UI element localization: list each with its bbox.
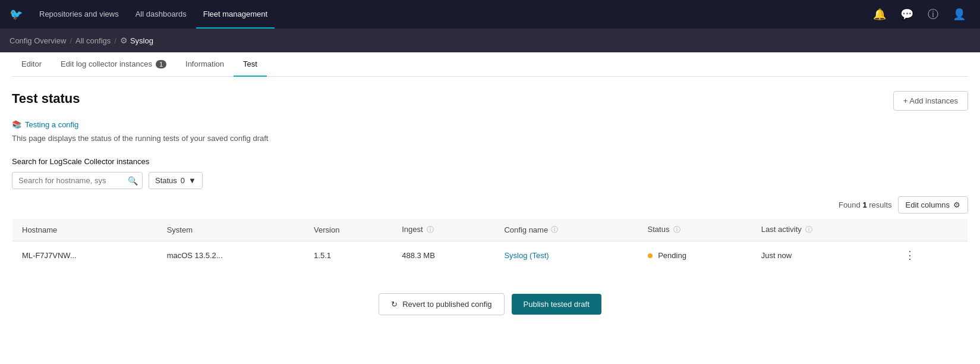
th-status: Status ⓘ: [638, 219, 752, 241]
table-row: ML-F7J7VNW... macOS 13.5.2... 1.5.1 488.…: [12, 241, 968, 269]
table-body: ML-F7J7VNW... macOS 13.5.2... 1.5.1 488.…: [12, 241, 968, 269]
cell-actions: ⋮: [890, 241, 968, 269]
page-body: Test status + Add instances 📚 Testing a …: [12, 77, 968, 353]
search-section-title: Search for LogScale Collector instances: [12, 157, 968, 166]
breadcrumb-sep-1: /: [70, 36, 72, 45]
breadcrumb: Config Overview / All configs / ⚙ Syslog: [0, 29, 980, 52]
th-system: System: [157, 219, 304, 241]
breadcrumb-sep-2: /: [114, 36, 116, 45]
results-text: Found 1 results: [839, 200, 892, 209]
tab-information[interactable]: Information: [176, 52, 234, 77]
book-icon: 📚: [12, 120, 21, 129]
config-name-link[interactable]: Syslog (Test): [504, 251, 549, 260]
info-description: This page displays the status of the run…: [12, 134, 968, 143]
nav-dashboards[interactable]: All dashboards: [128, 0, 194, 29]
sub-tabs: Editor Edit log collector instances 1 In…: [12, 52, 968, 77]
th-last-activity: Last activity ⓘ: [752, 219, 890, 241]
columns-settings-icon: ⚙: [953, 200, 960, 209]
ingest-info-icon[interactable]: ⓘ: [427, 225, 434, 234]
page-header: Test status + Add instances: [12, 91, 968, 111]
th-version: Version: [304, 219, 392, 241]
page-title: Test status: [12, 91, 80, 106]
testing-a-config-link[interactable]: 📚 Testing a config: [12, 120, 968, 129]
status-label: Pending: [658, 251, 686, 260]
megaphone-icon[interactable]: 🔔: [868, 5, 891, 23]
row-actions-button[interactable]: ⋮: [900, 247, 920, 263]
help-icon[interactable]: ⓘ: [923, 5, 943, 24]
cell-version: 1.5.1: [304, 241, 392, 269]
cell-ingest: 488.3 MB: [392, 241, 494, 269]
chevron-down-icon: ▼: [188, 176, 196, 185]
last-activity-info-icon[interactable]: ⓘ: [805, 225, 812, 234]
breadcrumb-config-overview[interactable]: Config Overview: [10, 36, 66, 45]
status-filter-button[interactable]: Status 0 ▼: [149, 172, 203, 189]
search-icon: 🔍: [128, 176, 138, 186]
status-dot: [648, 253, 653, 258]
edit-log-collector-badge: 1: [156, 60, 166, 68]
search-input[interactable]: [12, 172, 143, 189]
cell-last-activity: Just now: [752, 241, 890, 269]
gear-icon: ⚙: [120, 36, 128, 45]
nav-right-icons: 🔔 💬 ⓘ 👤: [868, 5, 970, 24]
search-controls: 🔍 Status 0 ▼: [12, 172, 968, 189]
config-name-info-icon[interactable]: ⓘ: [551, 225, 558, 235]
tab-test[interactable]: Test: [234, 52, 267, 77]
status-info-icon[interactable]: ⓘ: [673, 225, 680, 234]
publish-button[interactable]: Publish tested draft: [512, 294, 601, 315]
tab-edit-log-collector[interactable]: Edit log collector instances 1: [51, 52, 176, 77]
instances-table: Hostname System Version Ingest ⓘ Config …: [12, 218, 968, 269]
nav-repositories[interactable]: Repositories and views: [32, 0, 126, 29]
th-ingest: Ingest ⓘ: [392, 219, 494, 241]
breadcrumb-syslog: ⚙ Syslog: [120, 36, 153, 45]
cell-config-name: Syslog (Test): [494, 241, 638, 269]
breadcrumb-all-configs[interactable]: All configs: [75, 36, 111, 45]
edit-columns-button[interactable]: Edit columns ⚙: [898, 196, 968, 214]
tab-editor[interactable]: Editor: [12, 52, 51, 77]
cell-system: macOS 13.5.2...: [157, 241, 304, 269]
logo-icon: 🐦: [10, 8, 23, 21]
th-actions: [890, 219, 968, 241]
search-input-wrap: 🔍: [12, 172, 143, 189]
main-content: Editor Edit log collector instances 1 In…: [0, 52, 980, 353]
nav-fleet[interactable]: Fleet management: [196, 0, 275, 29]
bottom-actions: ↻ Revert to published config Publish tes…: [12, 293, 968, 339]
th-hostname: Hostname: [12, 219, 157, 241]
user-icon[interactable]: 👤: [948, 5, 970, 23]
revert-icon: ↻: [391, 300, 398, 309]
results-row: Found 1 results Edit columns ⚙: [12, 196, 968, 214]
cell-status: Pending: [638, 241, 752, 269]
chat-icon[interactable]: 💬: [896, 5, 918, 23]
top-nav: 🐦 Repositories and views All dashboards …: [0, 0, 980, 29]
revert-button[interactable]: ↻ Revert to published config: [379, 293, 504, 315]
cell-hostname: ML-F7J7VNW...: [12, 241, 157, 269]
add-instances-button[interactable]: + Add instances: [893, 91, 968, 111]
th-config-name: Config name ⓘ: [494, 219, 638, 241]
table-header: Hostname System Version Ingest ⓘ Config …: [12, 219, 968, 241]
